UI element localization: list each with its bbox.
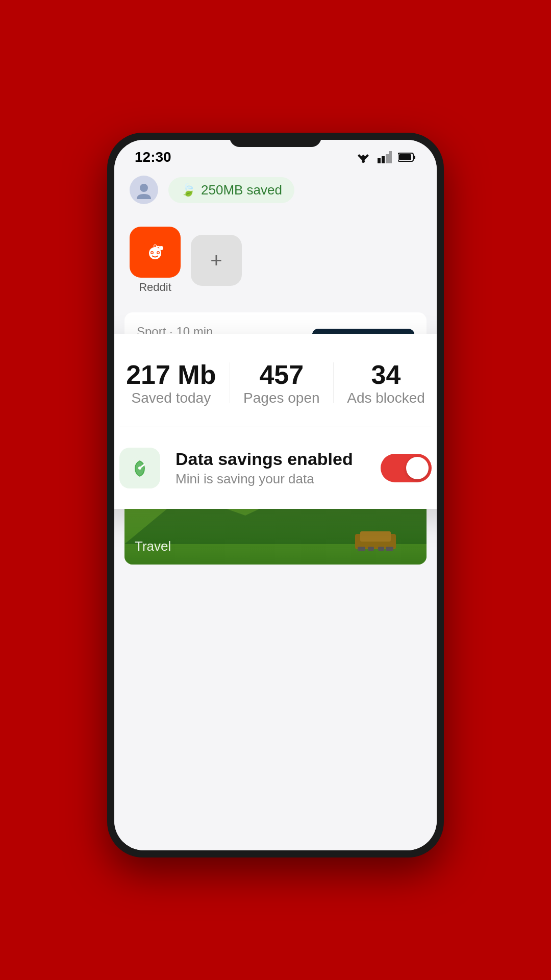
stat-divider-1 bbox=[230, 362, 230, 403]
phone-screen: 12:30 bbox=[114, 140, 437, 850]
status-icons bbox=[355, 151, 416, 163]
svg-rect-29 bbox=[386, 547, 393, 551]
leaf-icon: 🍃 bbox=[181, 183, 196, 197]
svg-rect-28 bbox=[358, 547, 365, 551]
svg-rect-31 bbox=[378, 547, 384, 551]
reddit-label: Reddit bbox=[139, 281, 171, 294]
svg-point-17 bbox=[154, 245, 156, 247]
add-icon: + bbox=[191, 235, 242, 286]
svg-point-19 bbox=[158, 252, 159, 254]
pages-value: 457 bbox=[243, 359, 319, 390]
stat-divider-2 bbox=[333, 362, 334, 403]
data-savings-toggle[interactable] bbox=[381, 454, 432, 482]
svg-rect-6 bbox=[389, 151, 392, 163]
savings-icon-box bbox=[119, 448, 160, 488]
svg-rect-27 bbox=[360, 531, 391, 542]
svg-rect-9 bbox=[399, 154, 411, 160]
reddit-quick-item[interactable]: Reddit bbox=[130, 227, 181, 294]
svg-point-10 bbox=[140, 184, 148, 192]
data-savings-row: Data savings enabled Mini is saving your… bbox=[119, 448, 432, 488]
saved-label: Saved today bbox=[131, 390, 211, 406]
svg-point-34 bbox=[138, 467, 141, 470]
stat-saved-today: 217 Mb Saved today bbox=[126, 359, 216, 406]
battery-icon bbox=[398, 152, 416, 162]
phone-wrapper: 12:30 bbox=[107, 133, 444, 857]
browser-bar: 🍃 250MB saved bbox=[114, 170, 437, 209]
quick-access: Reddit + bbox=[114, 216, 437, 304]
savings-badge-text: 250MB saved bbox=[201, 182, 282, 198]
stat-pages-open: 457 Pages open bbox=[243, 359, 319, 406]
card-divider bbox=[119, 427, 432, 427]
reddit-icon bbox=[130, 227, 181, 278]
ads-value: 34 bbox=[347, 359, 425, 390]
screen-content: Reddit + Sport · 10 min bbox=[114, 206, 437, 850]
wifi-icon bbox=[355, 151, 371, 163]
savings-subtitle: Mini is saving your data bbox=[176, 471, 365, 487]
stat-ads-blocked: 34 Ads blocked bbox=[347, 359, 425, 406]
phone-notch bbox=[230, 133, 321, 147]
stats-card: 217 Mb Saved today 457 Pages open 34 Ads… bbox=[114, 334, 437, 509]
pages-label: Pages open bbox=[243, 390, 319, 406]
svg-rect-8 bbox=[413, 156, 415, 159]
toggle-knob bbox=[406, 457, 429, 479]
saved-value: 217 Mb bbox=[126, 359, 216, 390]
svg-rect-4 bbox=[382, 156, 385, 163]
headline-image-label: Travel bbox=[135, 538, 171, 554]
ads-label: Ads blocked bbox=[347, 390, 425, 406]
savings-text: Data savings enabled Mini is saving your… bbox=[176, 449, 365, 487]
phone-frame: 12:30 bbox=[107, 133, 444, 857]
svg-point-2 bbox=[362, 160, 365, 163]
savings-title: Data savings enabled bbox=[176, 449, 365, 469]
status-time: 12:30 bbox=[135, 149, 171, 165]
train-element bbox=[355, 529, 406, 554]
svg-rect-3 bbox=[378, 158, 381, 163]
svg-rect-30 bbox=[368, 547, 374, 551]
svg-point-18 bbox=[152, 252, 153, 254]
user-avatar[interactable] bbox=[130, 176, 158, 204]
svg-rect-5 bbox=[386, 154, 389, 163]
stats-row: 217 Mb Saved today 457 Pages open 34 Ads… bbox=[119, 359, 432, 406]
data-savings-badge[interactable]: 🍃 250MB saved bbox=[168, 177, 294, 203]
signal-icon bbox=[378, 151, 392, 163]
add-quick-item[interactable]: + bbox=[191, 235, 242, 286]
